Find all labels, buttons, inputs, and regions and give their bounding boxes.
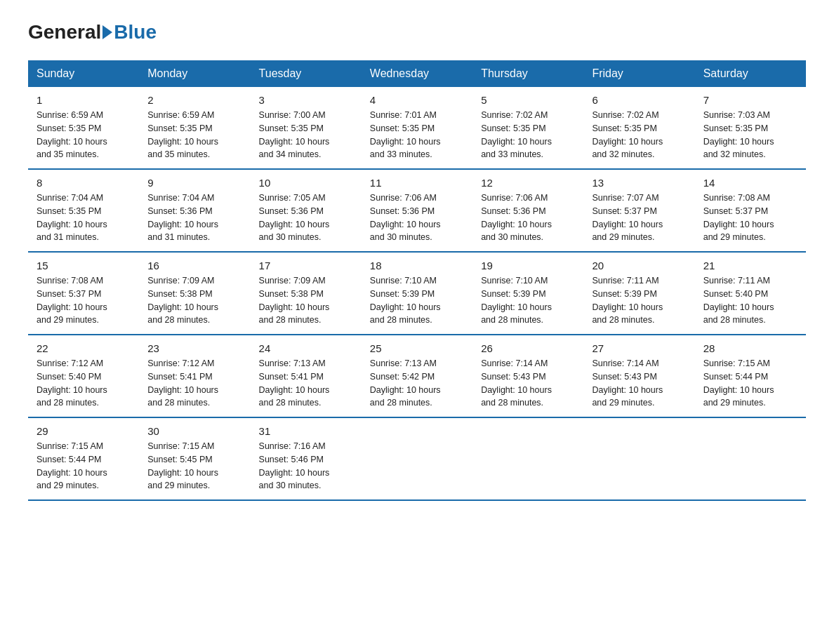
- calendar-cell: 10 Sunrise: 7:05 AMSunset: 5:36 PMDaylig…: [251, 169, 362, 252]
- calendar-cell: 13 Sunrise: 7:07 AMSunset: 5:37 PMDaylig…: [583, 169, 694, 252]
- day-info: Sunrise: 7:11 AMSunset: 5:39 PMDaylight:…: [592, 276, 663, 325]
- calendar-cell: 7 Sunrise: 7:03 AMSunset: 5:35 PMDayligh…: [695, 87, 806, 169]
- day-info: Sunrise: 7:10 AMSunset: 5:39 PMDaylight:…: [481, 276, 552, 325]
- day-number: 3: [259, 94, 353, 106]
- day-info: Sunrise: 7:08 AMSunset: 5:37 PMDaylight:…: [37, 276, 107, 325]
- day-info: Sunrise: 7:09 AMSunset: 5:38 PMDaylight:…: [147, 276, 218, 325]
- calendar-header-saturday: Saturday: [695, 60, 806, 87]
- calendar-cell: 29 Sunrise: 7:15 AMSunset: 5:44 PMDaylig…: [28, 417, 139, 500]
- calendar-cell: 21 Sunrise: 7:11 AMSunset: 5:40 PMDaylig…: [695, 252, 806, 335]
- logo: General Blue: [28, 21, 157, 43]
- day-info: Sunrise: 7:14 AMSunset: 5:43 PMDaylight:…: [481, 358, 552, 408]
- day-number: 21: [703, 260, 797, 271]
- calendar-cell: 9 Sunrise: 7:04 AMSunset: 5:36 PMDayligh…: [139, 169, 250, 252]
- day-info: Sunrise: 7:04 AMSunset: 5:36 PMDaylight:…: [147, 193, 218, 242]
- day-info: Sunrise: 7:09 AMSunset: 5:38 PMDaylight:…: [259, 276, 330, 325]
- day-number: 1: [37, 94, 131, 106]
- day-number: 10: [259, 177, 353, 189]
- day-number: 2: [147, 94, 241, 106]
- day-info: Sunrise: 7:07 AMSunset: 5:37 PMDaylight:…: [592, 193, 663, 242]
- calendar-cell: 26 Sunrise: 7:14 AMSunset: 5:43 PMDaylig…: [472, 335, 583, 417]
- day-info: Sunrise: 7:12 AMSunset: 5:41 PMDaylight:…: [147, 358, 218, 408]
- day-info: Sunrise: 6:59 AMSunset: 5:35 PMDaylight:…: [37, 110, 107, 159]
- day-info: Sunrise: 7:01 AMSunset: 5:35 PMDaylight:…: [370, 110, 441, 159]
- calendar-cell: 18 Sunrise: 7:10 AMSunset: 5:39 PMDaylig…: [362, 252, 472, 335]
- day-info: Sunrise: 7:10 AMSunset: 5:39 PMDaylight:…: [370, 276, 441, 325]
- day-number: 28: [703, 342, 797, 354]
- day-number: 7: [703, 94, 797, 106]
- calendar-cell: 1 Sunrise: 6:59 AMSunset: 5:35 PMDayligh…: [28, 87, 139, 169]
- calendar-cell: 2 Sunrise: 6:59 AMSunset: 5:35 PMDayligh…: [139, 87, 250, 169]
- day-number: 22: [37, 342, 131, 354]
- day-info: Sunrise: 7:15 AMSunset: 5:44 PMDaylight:…: [703, 358, 774, 408]
- logo-arrow-icon: [102, 25, 112, 39]
- calendar-cell: [695, 417, 806, 500]
- calendar-header-monday: Monday: [139, 60, 250, 87]
- calendar-header-friday: Friday: [583, 60, 694, 87]
- day-number: 9: [147, 177, 241, 189]
- calendar-week-row-1: 1 Sunrise: 6:59 AMSunset: 5:35 PMDayligh…: [28, 87, 806, 169]
- calendar-header-tuesday: Tuesday: [251, 60, 362, 87]
- day-number: 31: [259, 425, 353, 437]
- calendar-cell: 20 Sunrise: 7:11 AMSunset: 5:39 PMDaylig…: [583, 252, 694, 335]
- day-info: Sunrise: 7:05 AMSunset: 5:36 PMDaylight:…: [259, 193, 330, 242]
- calendar-body: 1 Sunrise: 6:59 AMSunset: 5:35 PMDayligh…: [28, 87, 806, 500]
- day-info: Sunrise: 7:15 AMSunset: 5:44 PMDaylight:…: [37, 441, 107, 490]
- day-number: 29: [37, 425, 131, 437]
- day-info: Sunrise: 7:02 AMSunset: 5:35 PMDaylight:…: [592, 110, 663, 159]
- day-number: 4: [370, 94, 464, 106]
- calendar-cell: 23 Sunrise: 7:12 AMSunset: 5:41 PMDaylig…: [139, 335, 250, 417]
- calendar-cell: [362, 417, 472, 500]
- calendar-cell: 22 Sunrise: 7:12 AMSunset: 5:40 PMDaylig…: [28, 335, 139, 417]
- day-number: 19: [481, 260, 575, 271]
- day-number: 13: [592, 177, 686, 189]
- day-info: Sunrise: 6:59 AMSunset: 5:35 PMDaylight:…: [147, 110, 218, 159]
- day-info: Sunrise: 7:00 AMSunset: 5:35 PMDaylight:…: [259, 110, 330, 159]
- day-info: Sunrise: 7:06 AMSunset: 5:36 PMDaylight:…: [481, 193, 552, 242]
- calendar-table: SundayMondayTuesdayWednesdayThursdayFrid…: [28, 60, 806, 501]
- calendar-cell: 19 Sunrise: 7:10 AMSunset: 5:39 PMDaylig…: [472, 252, 583, 335]
- day-info: Sunrise: 7:02 AMSunset: 5:35 PMDaylight:…: [481, 110, 552, 159]
- calendar-cell: 4 Sunrise: 7:01 AMSunset: 5:35 PMDayligh…: [362, 87, 472, 169]
- day-number: 26: [481, 342, 575, 354]
- day-info: Sunrise: 7:11 AMSunset: 5:40 PMDaylight:…: [703, 276, 774, 325]
- day-number: 17: [259, 260, 353, 271]
- calendar-cell: 11 Sunrise: 7:06 AMSunset: 5:36 PMDaylig…: [362, 169, 472, 252]
- calendar-cell: 12 Sunrise: 7:06 AMSunset: 5:36 PMDaylig…: [472, 169, 583, 252]
- calendar-header-row: SundayMondayTuesdayWednesdayThursdayFrid…: [28, 60, 806, 87]
- calendar-header-wednesday: Wednesday: [362, 60, 472, 87]
- calendar-week-row-2: 8 Sunrise: 7:04 AMSunset: 5:35 PMDayligh…: [28, 169, 806, 252]
- day-number: 23: [147, 342, 241, 354]
- calendar-cell: 8 Sunrise: 7:04 AMSunset: 5:35 PMDayligh…: [28, 169, 139, 252]
- calendar-week-row-3: 15 Sunrise: 7:08 AMSunset: 5:37 PMDaylig…: [28, 252, 806, 335]
- calendar-cell: 25 Sunrise: 7:13 AMSunset: 5:42 PMDaylig…: [362, 335, 472, 417]
- calendar-week-row-5: 29 Sunrise: 7:15 AMSunset: 5:44 PMDaylig…: [28, 417, 806, 500]
- day-number: 11: [370, 177, 464, 189]
- day-info: Sunrise: 7:13 AMSunset: 5:42 PMDaylight:…: [370, 358, 441, 408]
- calendar-cell: 24 Sunrise: 7:13 AMSunset: 5:41 PMDaylig…: [251, 335, 362, 417]
- calendar-cell: 6 Sunrise: 7:02 AMSunset: 5:35 PMDayligh…: [583, 87, 694, 169]
- day-number: 14: [703, 177, 797, 189]
- calendar-cell: 3 Sunrise: 7:00 AMSunset: 5:35 PMDayligh…: [251, 87, 362, 169]
- day-info: Sunrise: 7:06 AMSunset: 5:36 PMDaylight:…: [370, 193, 441, 242]
- day-number: 20: [592, 260, 686, 271]
- calendar-cell: [472, 417, 583, 500]
- calendar-cell: [583, 417, 694, 500]
- day-number: 25: [370, 342, 464, 354]
- day-number: 16: [147, 260, 241, 271]
- calendar-cell: 30 Sunrise: 7:15 AMSunset: 5:45 PMDaylig…: [139, 417, 250, 500]
- day-info: Sunrise: 7:04 AMSunset: 5:35 PMDaylight:…: [37, 193, 107, 242]
- day-number: 15: [37, 260, 131, 271]
- day-number: 12: [481, 177, 575, 189]
- day-info: Sunrise: 7:03 AMSunset: 5:35 PMDaylight:…: [703, 110, 774, 159]
- day-number: 8: [37, 177, 131, 189]
- day-number: 18: [370, 260, 464, 271]
- calendar-week-row-4: 22 Sunrise: 7:12 AMSunset: 5:40 PMDaylig…: [28, 335, 806, 417]
- logo-general-text: General: [28, 21, 101, 43]
- day-info: Sunrise: 7:14 AMSunset: 5:43 PMDaylight:…: [592, 358, 663, 408]
- day-number: 30: [147, 425, 241, 437]
- header: General Blue: [28, 21, 806, 43]
- calendar-cell: 16 Sunrise: 7:09 AMSunset: 5:38 PMDaylig…: [139, 252, 250, 335]
- calendar-header-sunday: Sunday: [28, 60, 139, 87]
- calendar-cell: 28 Sunrise: 7:15 AMSunset: 5:44 PMDaylig…: [695, 335, 806, 417]
